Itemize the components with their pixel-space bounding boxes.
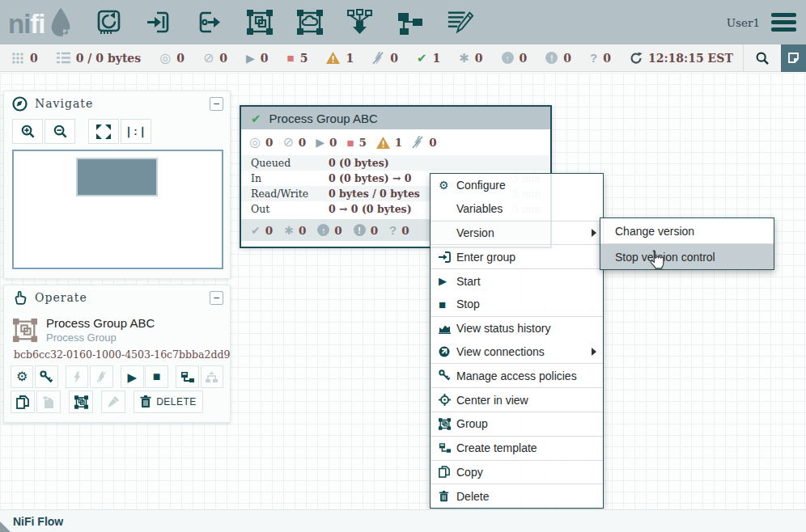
- process-group-header[interactable]: ✔ Process Group ABC: [241, 107, 550, 129]
- menu-item-view-status-history[interactable]: View status history: [431, 317, 603, 340]
- menu-item-manage-access-policies[interactable]: Manage access policies: [431, 364, 603, 387]
- bolt-slash-icon: [96, 371, 107, 383]
- zoom-actual-size-button[interactable]: ❘:❘: [121, 119, 151, 144]
- delete-label: DELETE: [156, 396, 197, 407]
- operate-panel: Operate – Process Group ABC Process Grou…: [3, 285, 231, 423]
- queue-list-icon: [57, 52, 70, 64]
- selected-component-name: Process Group ABC: [46, 316, 155, 330]
- transmitting-icon: ◎: [159, 52, 171, 65]
- up-to-date-status: ✔ 1: [417, 52, 440, 65]
- color-button[interactable]: [101, 391, 125, 413]
- disabled-bolt-icon: [372, 52, 384, 65]
- disable-button[interactable]: [90, 365, 112, 388]
- stop-icon: ■: [439, 298, 456, 311]
- divider: [743, 44, 744, 72]
- nifi-logo: nifi: [8, 6, 74, 39]
- menu-item-stop[interactable]: ■ Stop: [431, 293, 603, 316]
- gear-icon: ⚙: [16, 370, 28, 383]
- configuration-button[interactable]: ⚙: [11, 365, 33, 388]
- operate-panel-header[interactable]: Operate –: [4, 285, 230, 310]
- invalid-status: 1: [326, 52, 354, 65]
- context-menu: ⚙ Configure Variables Version Enter grou…: [430, 173, 604, 509]
- global-status-bar: 0 0 / 0 bytes ◎ 0 ⊘ 0 ▶ 0 ■ 5 1 0: [0, 44, 806, 72]
- running-status: ▶ 0: [246, 52, 269, 65]
- group-button[interactable]: [69, 391, 93, 413]
- delete-button[interactable]: DELETE: [134, 391, 203, 413]
- menu-item-enter-group[interactable]: Enter group: [431, 245, 603, 268]
- menu-item-start[interactable]: ▶ Start: [431, 269, 603, 293]
- collapse-navigate-button[interactable]: –: [210, 97, 223, 111]
- refresh-icon[interactable]: [630, 52, 643, 65]
- access-policies-button[interactable]: [35, 365, 57, 388]
- breadcrumb-root[interactable]: NiFi Flow: [13, 515, 63, 528]
- crosshair-icon: [439, 394, 456, 406]
- group-icon: [74, 395, 88, 409]
- commit-version-button[interactable]: [176, 365, 198, 388]
- remote-process-group-icon[interactable]: [296, 9, 324, 36]
- navigate-panel-header[interactable]: Navigate –: [4, 91, 230, 116]
- selected-component-type: Process Group: [46, 331, 155, 344]
- start-button[interactable]: ▶: [121, 365, 143, 388]
- locally-modified-stale-status: ! 0: [545, 52, 571, 65]
- submenu-item-stop-version-control[interactable]: Stop version control: [600, 244, 774, 269]
- submenu-item-change-version[interactable]: Change version: [600, 218, 774, 243]
- bolt-icon: [72, 371, 83, 383]
- app-header: nifi User1: [0, 0, 806, 44]
- funnel-icon[interactable]: [346, 9, 374, 36]
- navigate-panel: Navigate – ❘:❘: [3, 91, 231, 279]
- stat-row-queued: Queued0 (0 bytes): [241, 155, 550, 171]
- output-port-icon[interactable]: [196, 9, 223, 36]
- running-icon: ▶: [246, 53, 255, 64]
- label-icon[interactable]: [447, 9, 474, 36]
- paste-button[interactable]: [36, 391, 61, 413]
- refresh-status: 12:18:15 EST: [630, 52, 733, 65]
- zoom-out-button[interactable]: [45, 119, 75, 144]
- menu-item-create-template[interactable]: Create template: [431, 437, 603, 460]
- panel-toggle-button[interactable]: [781, 44, 806, 72]
- search-button[interactable]: [750, 51, 774, 65]
- menu-item-configure[interactable]: ⚙ Configure: [431, 174, 603, 197]
- selected-component-id: bcb6cc32-0160-1000-4503-16c7bbba2dd9: [4, 345, 230, 365]
- locally-modified-status: ✱ 0: [459, 52, 482, 65]
- menu-item-version[interactable]: Version: [431, 222, 603, 245]
- process-group-name: Process Group ABC: [269, 112, 378, 125]
- menu-item-center-in-view[interactable]: Center in view: [431, 388, 603, 412]
- not-transmitting-status: ⊘ 0: [203, 52, 227, 65]
- process-group-icon[interactable]: [246, 9, 274, 36]
- processor-icon[interactable]: [95, 9, 123, 36]
- revert-version-button[interactable]: [201, 365, 223, 388]
- process-group-badge-icon: [12, 318, 38, 343]
- valid-check-icon: ✔: [251, 112, 261, 125]
- menu-item-variables[interactable]: Variables: [431, 197, 603, 221]
- collapse-operate-button[interactable]: –: [210, 291, 223, 305]
- copy-button[interactable]: [11, 391, 35, 413]
- menu-item-copy[interactable]: Copy: [431, 461, 603, 484]
- minimap-component-rect[interactable]: [76, 158, 158, 196]
- flow-canvas[interactable]: ✔ Process Group ABC ◎0 ⊘0 ▶0 ■5 1 0 Queu…: [0, 73, 806, 509]
- paintbrush-icon: [107, 395, 120, 408]
- resize-corner: [0, 521, 11, 532]
- status-history-chart-icon: [439, 323, 456, 334]
- active-threads-status: 0: [11, 52, 38, 65]
- menu-item-delete[interactable]: Delete: [431, 484, 603, 508]
- zoom-in-button[interactable]: [12, 119, 43, 144]
- menu-item-view-connections[interactable]: View connections: [431, 340, 603, 364]
- current-user[interactable]: User1: [727, 16, 760, 29]
- exclamation-circle-icon: !: [354, 224, 366, 236]
- input-port-icon[interactable]: [146, 9, 173, 36]
- trash-icon: [439, 491, 456, 502]
- stop-icon: ■: [153, 370, 161, 383]
- template-icon[interactable]: [397, 9, 424, 36]
- zoom-fit-button[interactable]: [88, 119, 119, 144]
- enable-button[interactable]: [66, 365, 88, 388]
- compass-icon: [12, 96, 28, 112]
- queued-status: 0 / 0 bytes: [57, 52, 141, 65]
- invalid-warning-icon: [326, 52, 340, 64]
- asterisk-icon: ✱: [459, 52, 469, 64]
- menu-item-group[interactable]: Group: [431, 412, 603, 436]
- transmitting-status: ◎ 0: [159, 52, 185, 65]
- stale-arrow-icon: ↑: [502, 52, 514, 64]
- birdseye-minimap[interactable]: [12, 150, 223, 269]
- stop-button[interactable]: ■: [145, 365, 168, 388]
- global-menu-button[interactable]: [771, 13, 796, 32]
